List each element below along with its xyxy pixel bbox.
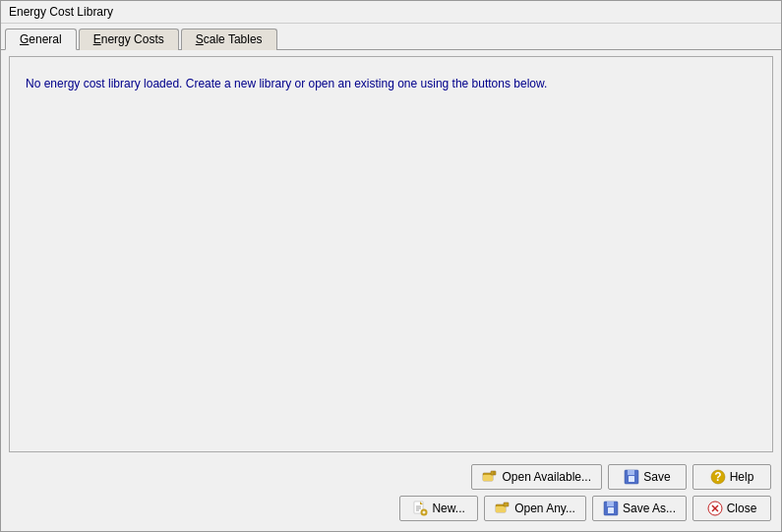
open-any-button[interactable]: Open Any... [484, 496, 586, 521]
tab-general[interactable]: General [5, 29, 77, 50]
main-window: Energy Cost Library General Energy Costs… [0, 0, 782, 532]
tab-energy-costs[interactable]: Energy Costs [79, 29, 179, 50]
svg-text:?: ? [714, 470, 721, 484]
svg-rect-24 [614, 502, 616, 504]
open-available-icon [482, 469, 498, 485]
svg-rect-19 [496, 506, 506, 512]
close-icon [707, 501, 723, 516]
tab-bar: General Energy Costs Scale Tables [1, 24, 781, 50]
open-any-icon [495, 501, 511, 516]
help-icon: ? [710, 469, 726, 485]
svg-rect-20 [504, 502, 509, 506]
save-label: Save [643, 470, 670, 484]
content-area: No energy cost library loaded. Create a … [9, 56, 773, 452]
help-button[interactable]: ? Help [692, 464, 771, 490]
save-as-label: Save As... [623, 502, 676, 515]
svg-rect-23 [608, 507, 614, 513]
svg-rect-7 [634, 470, 636, 473]
new-button[interactable]: New... [399, 496, 478, 521]
save-button[interactable]: Save [608, 464, 687, 490]
close-label: Close [727, 502, 757, 515]
svg-rect-22 [607, 502, 614, 506]
save-icon [624, 469, 639, 485]
title-bar: Energy Cost Library [1, 1, 781, 24]
open-available-label: Open Available... [502, 470, 591, 484]
svg-rect-1 [483, 475, 493, 481]
help-label: Help [730, 470, 754, 484]
save-as-button[interactable]: Save As... [592, 496, 687, 521]
close-button[interactable]: Close [692, 496, 771, 521]
svg-rect-5 [628, 470, 634, 475]
window-title: Energy Cost Library [9, 5, 113, 19]
svg-rect-2 [491, 471, 496, 475]
svg-rect-6 [629, 476, 634, 482]
button-row: Open Available... Save [1, 458, 781, 531]
info-message: No energy cost library loaded. Create a … [26, 77, 547, 90]
save-as-icon [603, 501, 619, 516]
new-icon [412, 501, 428, 516]
tab-scale-tables[interactable]: Scale Tables [181, 29, 277, 50]
open-any-label: Open Any... [514, 502, 575, 515]
new-label: New... [432, 502, 464, 515]
open-available-button[interactable]: Open Available... [471, 464, 602, 490]
